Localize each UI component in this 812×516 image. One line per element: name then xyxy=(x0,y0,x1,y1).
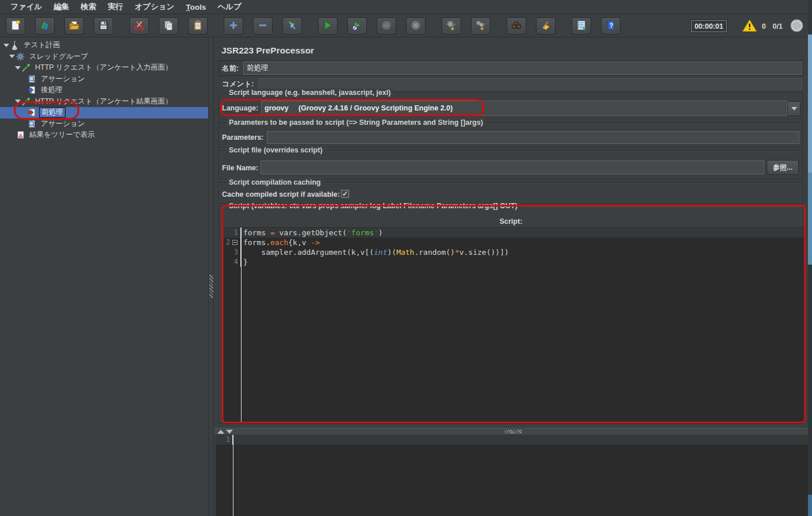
clear-search-button[interactable] xyxy=(536,17,556,35)
tree-item[interactable]: アサーション xyxy=(0,74,208,85)
paste-button[interactable] xyxy=(188,17,208,35)
tree-item[interactable]: HTTP リクエスト（アンケート結果画面） xyxy=(0,96,208,108)
tree-item[interactable]: 結果をツリーで表示 xyxy=(0,129,208,141)
menu-item[interactable]: 検索 xyxy=(75,0,102,14)
code-line: 2forms.each{k,v -> xyxy=(224,238,804,247)
language-combo-arrow[interactable] xyxy=(787,101,800,116)
script-code-editor[interactable]: 1forms = vars.getObject('forms')2forms.e… xyxy=(224,227,804,422)
fold-toggle-icon[interactable] xyxy=(232,240,238,245)
copy-icon xyxy=(163,20,174,33)
help-book-icon: ? xyxy=(605,20,616,33)
jmeter-window: { "menu": { "items": [ {"label": "ファイル"}… xyxy=(0,0,812,516)
code-text: } xyxy=(241,257,248,267)
open-button[interactable] xyxy=(64,17,84,35)
parameters-label: Parameters: xyxy=(222,133,263,142)
collapse-up-icon[interactable] xyxy=(217,430,224,434)
http-request-icon xyxy=(21,97,31,106)
clear-button[interactable] xyxy=(442,17,461,35)
line-number: 2 xyxy=(224,238,241,247)
script-label: Script: xyxy=(214,217,808,225)
splitter-grip[interactable] xyxy=(504,430,522,434)
test-plan-tree: テスト計画スレッドグループHTTP リクエスト（アンケート入力画面）アサーション… xyxy=(0,37,208,516)
collapse-down-icon[interactable] xyxy=(226,430,233,434)
minus-icon xyxy=(257,20,269,33)
menu-item[interactable]: ファイル xyxy=(5,0,48,14)
name-input[interactable]: 前処理 xyxy=(243,62,802,75)
language-value: groovy (Groovy 2.4.16 / Groovy Scripting… xyxy=(265,104,453,112)
browse-button[interactable]: 参照... xyxy=(767,160,799,175)
copy-button[interactable] xyxy=(159,17,178,35)
start-no-pauses-button[interactable] xyxy=(347,17,367,35)
help-button[interactable]: ? xyxy=(601,17,621,35)
start-button[interactable] xyxy=(318,17,338,35)
elapsed-time-value: 00:00:01 xyxy=(695,22,723,30)
warning-indicator[interactable]: 0 xyxy=(742,19,766,34)
name-value: 前処理 xyxy=(247,63,269,73)
tree-item-label: 後処理 xyxy=(39,85,64,95)
paste-icon xyxy=(192,20,204,33)
chevron-down-icon xyxy=(791,107,797,110)
tree-item-label: テスト計画 xyxy=(22,40,62,50)
tree-item[interactable]: HTTP リクエスト（アンケート入力画面） xyxy=(0,62,208,74)
tree-item-label: スレッドグループ xyxy=(28,52,90,62)
name-label: 名前: xyxy=(222,64,239,74)
pre-processor-icon xyxy=(27,108,37,117)
save-button[interactable] xyxy=(94,17,113,35)
tree-item[interactable]: アサーション xyxy=(0,119,208,130)
toolbar-status: 00:00:01 0 0/1 xyxy=(691,15,804,37)
search-button[interactable] xyxy=(507,17,526,35)
cut-button[interactable] xyxy=(129,17,149,35)
test-plan-icon xyxy=(10,40,20,50)
templates-icon xyxy=(39,20,51,33)
file-name-input[interactable] xyxy=(261,160,764,174)
menu-item[interactable]: 編集 xyxy=(48,0,75,14)
expand-arrow-icon[interactable] xyxy=(8,55,16,58)
remove-button[interactable] xyxy=(253,17,273,35)
tree-item-label: 前処理 xyxy=(39,107,66,118)
vertical-splitter[interactable] xyxy=(208,37,214,516)
line-number: 1 xyxy=(216,435,233,445)
toggle-button[interactable] xyxy=(282,17,302,35)
language-combo[interactable]: groovy (Groovy 2.4.16 / Groovy Scripting… xyxy=(261,101,787,116)
stop-button[interactable]: STOP xyxy=(377,17,396,35)
active-threads-count: 0/1 xyxy=(773,22,783,30)
tree-item[interactable]: スレッドグループ xyxy=(0,51,208,63)
function-helper-button[interactable] xyxy=(572,17,591,35)
add-button[interactable] xyxy=(224,17,243,35)
splitter-collapse-arrows[interactable] xyxy=(217,430,233,434)
cache-checkbox[interactable]: ✓ xyxy=(341,190,349,198)
toolbar: STOP? 00:00:01 0 0/1 xyxy=(0,15,812,37)
tree-item[interactable]: 後処理 xyxy=(0,85,208,96)
code-line: 4} xyxy=(224,257,804,267)
secondary-editor[interactable]: 1 xyxy=(216,435,808,516)
expand-arrow-icon[interactable] xyxy=(2,44,10,47)
tree-item-label: アサーション xyxy=(39,74,86,84)
script-language-legend: Script language (e.g. beanshell, javascr… xyxy=(226,89,393,97)
parameters-input[interactable] xyxy=(267,131,799,144)
line-number: 3 xyxy=(224,247,241,257)
expand-arrow-icon[interactable] xyxy=(14,66,21,70)
splitter-grip[interactable] xyxy=(209,275,213,298)
menu-item[interactable]: ヘルプ xyxy=(212,0,247,14)
comment-input[interactable] xyxy=(258,78,802,90)
caching-legend: Script compilation caching xyxy=(226,178,324,186)
expand-arrow-icon[interactable] xyxy=(14,100,21,103)
clear-all-gears-broom-icon xyxy=(475,20,487,33)
menu-item[interactable]: オプション xyxy=(129,0,180,14)
clear-all-button[interactable] xyxy=(471,17,491,35)
horizontal-splitter[interactable] xyxy=(214,428,808,434)
templates-button[interactable] xyxy=(35,17,55,35)
elapsed-timer: 00:00:01 xyxy=(691,20,727,32)
binoculars-icon xyxy=(511,20,522,33)
svg-text:STOP: STOP xyxy=(383,24,390,27)
menu-item[interactable]: 実行 xyxy=(102,0,129,14)
tree-item[interactable]: テスト計画 xyxy=(0,40,208,51)
code-text: forms = vars.getObject('forms') xyxy=(241,228,383,238)
shutdown-button[interactable] xyxy=(406,17,426,35)
svg-text:?: ? xyxy=(610,21,613,28)
tree-item[interactable]: 前処理 xyxy=(0,107,208,119)
page-title: JSR223 PreProcessor xyxy=(221,45,314,56)
script-legend: Script (variables: ctx vars props sample… xyxy=(226,202,520,210)
new-file-button[interactable] xyxy=(6,17,25,35)
menu-tools[interactable]: Tools xyxy=(180,1,212,13)
